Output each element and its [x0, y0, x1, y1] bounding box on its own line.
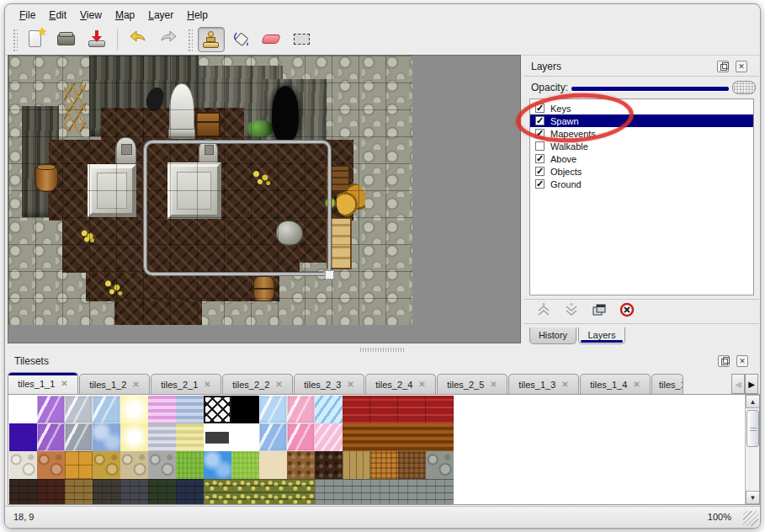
tileset-tab-tiles_1_3[interactable]: tiles_1_3✕	[508, 374, 579, 394]
scroll-tabs-left-button[interactable]: ◀	[731, 374, 745, 394]
layer-row-ground[interactable]: ✓Ground	[530, 178, 753, 190]
palette-tile[interactable]	[148, 423, 176, 451]
tileset-tab-tiles_1_1[interactable]: tiles_1_1✕	[8, 372, 78, 394]
palette-tile[interactable]	[343, 396, 370, 423]
palette-tile[interactable]	[120, 396, 148, 423]
palette-tile[interactable]	[9, 451, 37, 479]
palette-tile[interactable]	[120, 479, 148, 505]
palette-tile[interactable]	[287, 423, 315, 451]
palette-tile[interactable]	[398, 451, 426, 479]
toolbar-drag-handle-icon[interactable]	[187, 28, 193, 51]
redo-button[interactable]	[155, 27, 182, 52]
tileset-view[interactable]: ▲ ▼	[8, 394, 760, 505]
menu-edit[interactable]: Edit	[43, 8, 72, 23]
tab-close-icon[interactable]: ✕	[61, 379, 67, 388]
palette-tile[interactable]	[93, 451, 120, 479]
tileset-tab-tiles_1_4[interactable]: tiles_1_4✕	[580, 374, 651, 394]
palette-tile[interactable]	[37, 396, 65, 423]
tileset-tab-tiles_1_[interactable]: tiles_1_	[651, 374, 683, 394]
palette-tile[interactable]	[93, 479, 120, 505]
tileset-tab-tiles_2_2[interactable]: tiles_2_2✕	[222, 374, 293, 394]
tileset-tab-tiles_2_5[interactable]: tiles_2_5✕	[437, 374, 507, 394]
menu-layer[interactable]: Layer	[142, 8, 179, 23]
palette-tile[interactable]	[176, 451, 204, 479]
palette-tile[interactable]	[204, 396, 231, 423]
tab-close-icon[interactable]: ✕	[418, 380, 425, 389]
palette-tile[interactable]	[259, 451, 287, 479]
palette-tile[interactable]	[9, 423, 37, 451]
tab-close-icon[interactable]: ✕	[204, 380, 210, 389]
palette-tile[interactable]	[231, 423, 259, 451]
palette-tile[interactable]	[287, 396, 315, 423]
palette-tile[interactable]	[37, 451, 65, 479]
fill-button[interactable]	[228, 27, 255, 52]
palette-tile[interactable]	[65, 396, 93, 423]
opacity-slider-handle[interactable]	[732, 81, 756, 94]
selection-resize-handle[interactable]	[325, 270, 334, 279]
menu-view[interactable]: View	[74, 8, 108, 23]
layer-visibility-checkbox[interactable]: ✓	[535, 129, 545, 138]
palette-tile[interactable]	[426, 396, 454, 423]
dock-tab-history[interactable]: History	[529, 327, 576, 344]
delete-button[interactable]	[618, 302, 636, 321]
palette-tile[interactable]	[9, 479, 37, 505]
layer-visibility-checkbox[interactable]: ✓	[535, 154, 545, 163]
splitter-grip-icon[interactable]	[360, 348, 404, 352]
palette-tile[interactable]	[315, 479, 343, 505]
palette-tile[interactable]	[120, 423, 148, 451]
layer-visibility-checkbox[interactable]: ✓	[535, 179, 545, 189]
scrollbar-thumb[interactable]	[746, 410, 759, 447]
select-rect-button[interactable]	[289, 27, 316, 52]
tileset-scrollbar[interactable]: ▲ ▼	[745, 395, 759, 504]
tab-close-icon[interactable]: ✕	[132, 380, 139, 389]
opacity-slider-track[interactable]	[571, 87, 729, 91]
palette-tile[interactable]	[259, 396, 287, 423]
palette-tile[interactable]	[398, 396, 426, 423]
palette-tile[interactable]	[343, 451, 370, 479]
layer-row-keys[interactable]: ✓Keys	[530, 102, 753, 114]
palette-tile[interactable]	[176, 423, 204, 451]
palette-tile[interactable]	[426, 479, 454, 505]
tileset-tab-tiles_2_1[interactable]: tiles_2_1✕	[151, 374, 221, 394]
palette-tile[interactable]	[370, 423, 398, 451]
save-button[interactable]	[83, 27, 110, 52]
map-content[interactable]	[8, 56, 412, 325]
layer-row-objects[interactable]: ✓Objects	[530, 165, 753, 178]
resize-grip-icon[interactable]	[743, 511, 758, 526]
palette-tile[interactable]	[148, 479, 176, 505]
menu-map[interactable]: Map	[109, 8, 141, 23]
palette-tile[interactable]	[176, 479, 204, 505]
palette-tile[interactable]	[65, 479, 93, 505]
palette-tile[interactable]	[370, 396, 398, 423]
palette-tile[interactable]	[37, 479, 65, 505]
palette-tile[interactable]	[176, 396, 204, 423]
palette-tile[interactable]	[343, 423, 370, 451]
tab-close-icon[interactable]: ✕	[633, 380, 640, 389]
tab-close-icon[interactable]: ✕	[275, 380, 282, 389]
palette-tile[interactable]	[204, 451, 231, 479]
palette-tile[interactable]	[231, 479, 259, 505]
palette-tile[interactable]	[204, 423, 231, 451]
palette-tile[interactable]	[204, 479, 231, 505]
scroll-down-icon[interactable]: ▼	[746, 491, 760, 504]
close-panel-icon[interactable]: ✕	[736, 355, 748, 367]
tileset-tab-tiles_1_2[interactable]: tiles_1_2✕	[79, 374, 150, 394]
palette-tile[interactable]	[93, 396, 120, 423]
new-file-button[interactable]: ★	[23, 27, 50, 52]
scroll-tabs-right-button[interactable]: ▶	[745, 374, 758, 394]
palette-tile[interactable]	[231, 451, 259, 479]
map-canvas[interactable]	[8, 55, 521, 343]
tab-close-icon[interactable]: ✕	[347, 380, 353, 389]
layer-visibility-checkbox[interactable]: ✓	[535, 104, 545, 113]
palette-tile[interactable]	[93, 423, 120, 451]
scroll-up-icon[interactable]: ▲	[746, 395, 760, 408]
palette-tile[interactable]	[315, 451, 343, 479]
palette-tile[interactable]	[426, 451, 454, 479]
layer-row-walkable[interactable]: Walkable	[530, 140, 753, 152]
palette-tile[interactable]	[426, 423, 454, 451]
palette-tile[interactable]	[65, 423, 93, 451]
palette-tile[interactable]	[398, 479, 426, 505]
palette-tile[interactable]	[148, 451, 176, 479]
palette-tile[interactable]	[370, 451, 398, 479]
layer-row-above[interactable]: ✓Above	[530, 152, 753, 165]
